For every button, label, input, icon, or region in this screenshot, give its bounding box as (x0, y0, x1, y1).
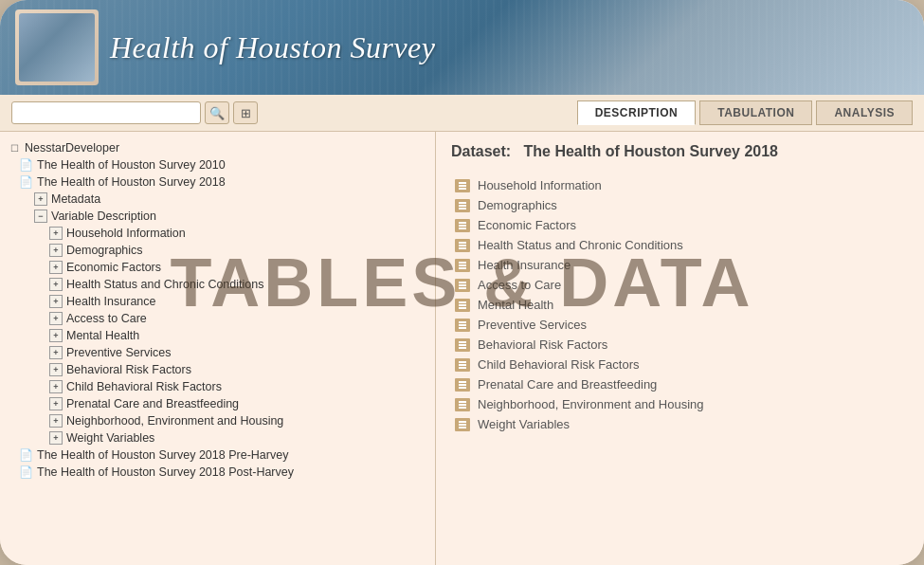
tree-item-label: Health Insurance (66, 295, 156, 308)
table-icon (455, 338, 470, 352)
tab-tabulation[interactable]: TABULATION (699, 100, 812, 125)
right-item-label: Economic Factors (478, 218, 576, 232)
right-list-item-prenatal[interactable]: Prenatal Care and Breastfeeding (451, 374, 909, 394)
right-item-label: Weight Variables (478, 417, 570, 431)
tab-analysis[interactable]: ANALYSIS (816, 100, 913, 125)
tree-item-survey2018pre[interactable]: 📄 The Health of Houston Survey 2018 Pre-… (0, 447, 435, 464)
right-list-item-preventive[interactable]: Preventive Services (451, 315, 909, 335)
tree-item-label: Weight Variables (66, 431, 154, 445)
tree-item-demographics[interactable]: + Demographics (0, 242, 435, 259)
tree-item-label: Access to Care (66, 312, 147, 325)
dataset-label: Dataset: (451, 143, 511, 159)
tree-item-metadata[interactable]: + Metadata (0, 191, 435, 208)
tree-item-accesstocare[interactable]: + Access to Care (0, 310, 435, 327)
right-panel: Dataset: The Health of Houston Survey 20… (436, 132, 924, 565)
right-item-label: Health Insurance (478, 258, 571, 272)
header-banner: Health of Houston Survey (0, 0, 924, 95)
main-content: ☐ NesstarDeveloper 📄 The Health of Houst… (0, 132, 924, 565)
doc-icon: 📄 (19, 158, 33, 172)
expand-icon[interactable]: + (49, 261, 63, 274)
expand-icon[interactable]: + (49, 227, 63, 240)
table-icon (455, 239, 470, 252)
tree-item-insurance[interactable]: + Health Insurance (0, 293, 435, 310)
right-item-label: Health Status and Chronic Conditions (478, 238, 683, 252)
table-icon (455, 259, 470, 272)
search-button[interactable]: 🔍 (205, 101, 229, 124)
tree-item-vardesc[interactable]: − Variable Description (0, 208, 435, 225)
filter-button[interactable]: ⊞ (233, 101, 258, 124)
table-icon (455, 358, 470, 372)
tree-item-household[interactable]: + Household Information (0, 225, 435, 242)
tree-item-behavioral[interactable]: + Behavioral Risk Factors (0, 361, 435, 378)
tree-item-economic[interactable]: + Economic Factors (0, 259, 435, 276)
tree-item-label: The Health of Houston Survey 2010 (37, 158, 226, 172)
tree-item-label: Preventive Services (66, 346, 171, 359)
right-list-item-demographics[interactable]: Demographics (451, 195, 909, 215)
tab-description[interactable]: DESCRIPTION (577, 100, 697, 125)
expand-icon[interactable]: + (49, 312, 63, 325)
right-item-label: Preventive Services (478, 318, 587, 332)
tree-item-neighborhood[interactable]: + Neighborhood, Environment and Housing (0, 412, 435, 429)
tree-item-label: Demographics (66, 244, 143, 257)
tree-item-survey2010[interactable]: 📄 The Health of Houston Survey 2010 (0, 156, 435, 173)
doc-icon: 📄 (19, 448, 33, 462)
expand-icon[interactable]: + (34, 192, 47, 206)
right-item-label: Household Information (478, 178, 602, 192)
doc-icon: 📄 (19, 175, 33, 189)
right-list-item-household[interactable]: Household Information (451, 175, 909, 195)
tree-item-label: Mental Health (66, 329, 139, 342)
expand-icon[interactable]: + (49, 414, 63, 428)
expand-icon[interactable]: + (49, 278, 63, 291)
header-title: Health of Houston Survey (110, 30, 436, 65)
checkbox-icon: ☐ (8, 141, 21, 155)
right-list-item-insurance[interactable]: Health Insurance (451, 255, 909, 275)
right-list-item-behavioral[interactable]: Behavioral Risk Factors (451, 335, 909, 355)
right-list-item-neighborhood[interactable]: Neighborhood, Environment and Housing (451, 394, 909, 414)
tree-item-label: Economic Factors (66, 261, 161, 274)
right-list-item-mentalhealth[interactable]: Mental Health (451, 295, 909, 315)
tree-item-mentalhealth[interactable]: + Mental Health (0, 327, 435, 344)
expand-icon[interactable]: + (49, 244, 63, 257)
tree-item-root[interactable]: ☐ NesstarDeveloper (0, 139, 435, 156)
expand-icon[interactable]: + (49, 295, 63, 308)
tree-item-childbehavioral[interactable]: + Child Behavioral Risk Factors (0, 378, 435, 395)
header-title-text: Health of Houston Survey (110, 30, 436, 64)
expand-icon[interactable]: + (49, 397, 63, 410)
tree-item-label: The Health of Houston Survey 2018 Post-H… (37, 465, 294, 479)
expand-icon[interactable]: + (49, 380, 63, 393)
left-panel: ☐ NesstarDeveloper 📄 The Health of Houst… (0, 132, 436, 565)
tree-item-prenatal[interactable]: + Prenatal Care and Breastfeeding (0, 395, 435, 412)
tree-item-preventive[interactable]: + Preventive Services (0, 344, 435, 361)
expand-icon[interactable]: + (49, 431, 63, 445)
tree-item-healthstatus[interactable]: + Health Status and Chronic Conditions (0, 276, 435, 293)
tree-item-label: Variable Description (51, 210, 156, 223)
expand-icon[interactable]: + (49, 363, 63, 376)
tree-item-label: Neighborhood, Environment and Housing (66, 414, 283, 428)
right-list-item-childbehavioral[interactable]: Child Behavioral Risk Factors (451, 355, 909, 374)
tree-item-label: Household Information (66, 227, 186, 240)
right-item-label: Demographics (478, 198, 557, 212)
tree-item-survey2018post[interactable]: 📄 The Health of Houston Survey 2018 Post… (0, 464, 435, 481)
tree-item-survey2018[interactable]: 📄 The Health of Houston Survey 2018 (0, 173, 435, 191)
right-item-label: Access to Care (478, 278, 561, 292)
expand-icon[interactable]: − (34, 210, 47, 223)
tree-item-weight[interactable]: + Weight Variables (0, 429, 435, 447)
tree-item-label: The Health of Houston Survey 2018 (37, 175, 226, 189)
expand-icon[interactable]: + (49, 329, 63, 342)
header-logo (15, 9, 99, 85)
right-list-item-weight[interactable]: Weight Variables (451, 414, 909, 434)
right-item-label: Child Behavioral Risk Factors (478, 357, 640, 372)
tree-item-label: Behavioral Risk Factors (66, 363, 191, 376)
table-icon (455, 418, 470, 431)
right-item-label: Behavioral Risk Factors (478, 337, 607, 352)
doc-icon: 📄 (19, 465, 33, 479)
right-list-item-accesstocare[interactable]: Access to Care (451, 275, 909, 295)
right-list-item-healthstatus[interactable]: Health Status and Chronic Conditions (451, 235, 909, 255)
table-icon (455, 319, 470, 332)
tree-item-label: The Health of Houston Survey 2018 Pre-Ha… (37, 448, 288, 462)
right-item-label: Neighborhood, Environment and Housing (478, 397, 704, 411)
table-icon (455, 219, 470, 232)
right-list-item-economic[interactable]: Economic Factors (451, 215, 909, 235)
search-input[interactable] (11, 101, 201, 124)
expand-icon[interactable]: + (49, 346, 63, 359)
